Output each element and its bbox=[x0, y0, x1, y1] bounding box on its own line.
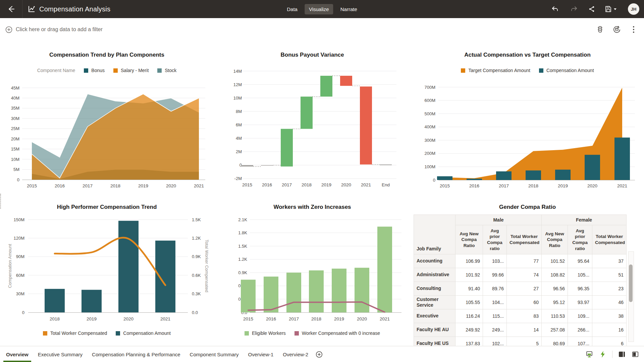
column-header[interactable]: Total Worker Compensated bbox=[507, 225, 542, 254]
waterfall-bar[interactable] bbox=[340, 76, 352, 86]
plot-area[interactable]: 14M12M10M8M6M4M2M0-2M2015201620172018201… bbox=[214, 61, 411, 201]
viz-panel-bonus-payout-variance[interactable]: Bonus Payout Variance 14M12M10M8M6M4M2M0… bbox=[214, 41, 411, 201]
canvas-menu-button[interactable] bbox=[629, 25, 638, 34]
toggle-right-pane-button[interactable] bbox=[618, 350, 626, 358]
viz-panel-compensation-trend-by-plan-components[interactable]: Compensation Trend by Plan Components Co… bbox=[0, 41, 214, 201]
legend-label: Target Compensation Amount bbox=[468, 68, 530, 73]
bar[interactable] bbox=[309, 270, 324, 312]
bar[interactable] bbox=[555, 170, 571, 180]
waterfall-bar[interactable] bbox=[380, 165, 392, 165]
legend-item[interactable]: Worker Compensated with 0 increase bbox=[294, 330, 380, 336]
bar[interactable] bbox=[241, 280, 256, 312]
bar[interactable] bbox=[496, 171, 512, 180]
canvas-tab[interactable]: Overview-2 bbox=[279, 347, 312, 362]
canvas-tab[interactable]: Executive Summary bbox=[34, 347, 87, 362]
present-mode-button[interactable] bbox=[585, 350, 593, 358]
plot-area[interactable]: 150M120M90M60M30M01.5K1.2K0.9K0.6K0.3K0.… bbox=[0, 215, 214, 330]
table-row[interactable]: Customer Service105.55104...6095.1293.97… bbox=[414, 296, 627, 309]
column-header[interactable]: Avg New Compa Ratio bbox=[542, 225, 568, 254]
column-header[interactable]: Job Family bbox=[414, 215, 455, 254]
table-row[interactable]: Faculty HE AU249.92249...14257.08266...1… bbox=[414, 323, 627, 337]
bar[interactable] bbox=[377, 227, 392, 312]
legend-item[interactable]: Compensation Amount bbox=[116, 330, 171, 336]
waterfall-bar[interactable] bbox=[241, 165, 253, 167]
waterfall-bar[interactable] bbox=[281, 129, 293, 166]
panel-resize-handle[interactable] bbox=[0, 194, 1, 208]
legend-item[interactable]: Bonus bbox=[84, 68, 105, 73]
group-header[interactable]: Male bbox=[455, 215, 542, 225]
share-button[interactable] bbox=[588, 5, 596, 13]
undo-button[interactable] bbox=[551, 5, 559, 13]
plot-area[interactable]: 2.1K1.8K1.5K1.2K0.9K0.6K0.3K0.0201520162… bbox=[214, 215, 411, 330]
user-avatar[interactable]: JH bbox=[628, 3, 639, 15]
legend-item[interactable]: Compensation Amount bbox=[539, 68, 594, 73]
waterfall-bar[interactable] bbox=[261, 165, 273, 166]
refresh-data-button[interactable] bbox=[612, 25, 621, 34]
waterfall-bar[interactable] bbox=[360, 86, 372, 165]
mode-tab-visualize[interactable]: Visualize bbox=[305, 4, 333, 14]
bar[interactable] bbox=[118, 221, 139, 312]
column-header[interactable]: Total Worker Compensated bbox=[592, 225, 627, 254]
y-tick-label: 1.8K bbox=[238, 230, 247, 235]
mode-tab-narrate[interactable]: Narrate bbox=[336, 4, 362, 14]
plot-area[interactable]: 700M600M500M400M300M200M100M020152016201… bbox=[411, 82, 644, 201]
save-button[interactable] bbox=[604, 5, 618, 13]
bar[interactable] bbox=[526, 171, 541, 180]
legend-item[interactable]: Salary - Merit bbox=[113, 68, 149, 73]
bar[interactable] bbox=[45, 289, 65, 312]
column-header[interactable]: Avg prior Compa ratio bbox=[568, 225, 592, 254]
add-filter-target[interactable]: Click here or drag data to add a filter bbox=[5, 26, 103, 33]
value-cell: 6 bbox=[592, 337, 627, 346]
table-scrollbar[interactable] bbox=[628, 251, 634, 342]
bar[interactable] bbox=[82, 290, 102, 312]
back-button[interactable] bbox=[0, 0, 22, 18]
viz-panel-high-performer-compensation-trend[interactable]: High Performer Compensation Trend 150M12… bbox=[0, 201, 214, 346]
value-cell: 5 bbox=[507, 337, 542, 346]
column-header[interactable]: Avg prior Compa ratio bbox=[483, 225, 507, 254]
trend-line[interactable] bbox=[55, 238, 165, 285]
auto-apply-data-button[interactable] bbox=[599, 350, 607, 358]
legend-item[interactable]: Total Worker Compensated bbox=[43, 330, 107, 336]
table-row[interactable]: Faculty HE US137.83102...580.69107...6 bbox=[414, 337, 627, 346]
legend-item[interactable]: Stock bbox=[157, 68, 176, 73]
redo-button[interactable] bbox=[570, 5, 578, 13]
toggle-left-pane-button[interactable] bbox=[631, 350, 639, 358]
bar[interactable] bbox=[286, 273, 301, 312]
x-tick-label: 2021 bbox=[361, 182, 371, 187]
scrollbar-thumb[interactable] bbox=[629, 264, 633, 302]
waterfall-bar[interactable] bbox=[320, 76, 332, 97]
bar[interactable] bbox=[332, 268, 346, 312]
canvas-tab[interactable]: Overview-1 bbox=[244, 347, 277, 362]
value-cell: 16 bbox=[592, 323, 627, 337]
bar[interactable] bbox=[355, 268, 369, 312]
viz-panel-actual-vs-target-compensation[interactable]: Actual Compensation vs Target Compensati… bbox=[411, 41, 644, 201]
bar[interactable] bbox=[585, 155, 600, 180]
value-cell: 14 bbox=[507, 323, 542, 337]
plot-area[interactable]: 45M40M35M30M25M20M15M10M5M02015201620172… bbox=[0, 82, 214, 201]
canvas-tab[interactable]: Compensation Planning & Performance bbox=[88, 347, 184, 362]
table-row[interactable]: Executive116.24115...83110.53109...38 bbox=[414, 309, 627, 323]
waterfall-bar[interactable] bbox=[301, 97, 313, 129]
viz-panel-gender-compa-ratio[interactable]: Gender Compa Ratio Job FamilyMaleFemaleA… bbox=[411, 201, 644, 346]
bar[interactable] bbox=[614, 137, 630, 180]
limit-values-button[interactable] bbox=[596, 25, 604, 34]
x-tick-label: 2017 bbox=[83, 183, 93, 188]
chart-title: Workers with Zero Increases bbox=[214, 204, 411, 210]
legend-item[interactable]: Target Compensation Amount bbox=[461, 68, 530, 73]
canvas-tab[interactable]: Component Summary bbox=[186, 347, 243, 362]
bar[interactable] bbox=[155, 241, 175, 312]
group-header[interactable]: Female bbox=[542, 215, 627, 225]
canvas-tab[interactable]: Overview bbox=[2, 347, 33, 362]
bar[interactable] bbox=[467, 179, 482, 180]
value-cell: 96.35 bbox=[568, 282, 592, 296]
legend-item[interactable]: Eligible Workers bbox=[245, 330, 286, 336]
bar[interactable] bbox=[437, 176, 452, 180]
table-row[interactable]: Accounting106.99103...77101.5295.6437 bbox=[414, 254, 627, 268]
viz-panel-workers-with-zero-increases[interactable]: Workers with Zero Increases 2.1K1.8K1.5K… bbox=[214, 201, 411, 346]
column-header[interactable]: Avg New Compa Ratio bbox=[455, 225, 483, 254]
table-row[interactable]: Consulting91.4089.762796.5696.3523 bbox=[414, 282, 627, 296]
table-row[interactable]: Administrative101.9299.6674108.82105...5… bbox=[414, 268, 627, 282]
bar[interactable] bbox=[264, 277, 278, 312]
mode-tab-data[interactable]: Data bbox=[282, 4, 302, 14]
add-canvas-button[interactable] bbox=[316, 351, 323, 358]
